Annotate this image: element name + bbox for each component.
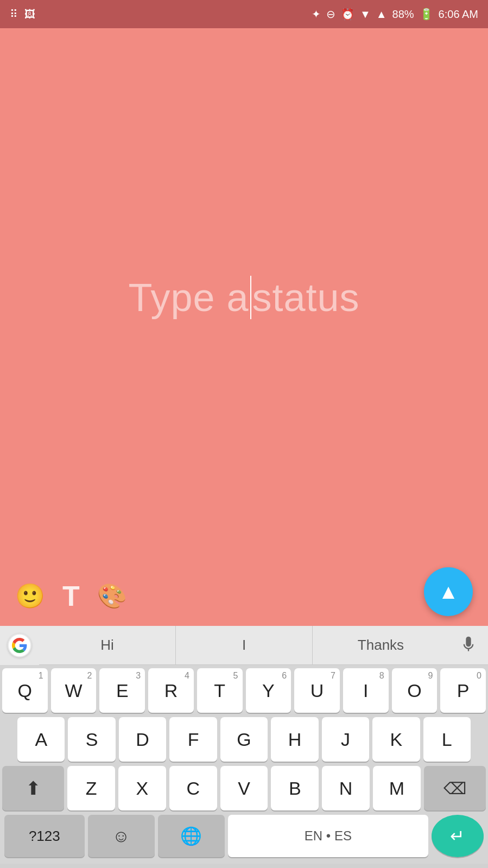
key-row-bottom: ?123 ☺ 🌐 EN • ES ↵ — [2, 815, 486, 864]
key-z[interactable]: Z — [67, 766, 115, 810]
image-icon: 🖼 — [24, 8, 35, 21]
key-row-3: ⬆ Z X C V B N M ⌫ — [2, 766, 486, 810]
key-r[interactable]: 4 R — [148, 668, 194, 713]
chevron-up-icon: ▲ — [438, 580, 459, 604]
fab-button[interactable]: ▲ — [424, 567, 473, 616]
signal-icon: ▲ — [376, 8, 387, 21]
key-y[interactable]: 6 Y — [246, 668, 291, 713]
key-p[interactable]: 0 P — [440, 668, 486, 713]
key-space[interactable]: EN • ES — [228, 815, 428, 857]
key-b[interactable]: B — [271, 766, 319, 810]
pink-toolbar-icons: 🙂 T 🎨 — [15, 580, 127, 612]
key-m[interactable]: M — [373, 766, 421, 810]
key-row-2: A S D F G H J K L — [2, 717, 486, 762]
emoji-icon[interactable]: 🙂 — [15, 582, 45, 610]
key-c[interactable]: C — [169, 766, 217, 810]
key-w[interactable]: 2 W — [51, 668, 97, 713]
shift-icon: ⬆ — [26, 777, 41, 799]
key-row-1: 1 Q 2 W 3 E 4 R 5 T 6 Y — [2, 668, 486, 713]
key-enter[interactable]: ↵ — [432, 815, 484, 857]
suggestions-bar: Hi I Thanks — [0, 626, 488, 665]
pink-toolbar: 🙂 T 🎨 ▲ — [0, 566, 488, 626]
key-globe[interactable]: 🌐 — [158, 815, 225, 857]
key-h[interactable]: H — [271, 717, 318, 762]
globe-icon: 🌐 — [180, 826, 202, 846]
bluetooth-icon: ✦ — [312, 8, 321, 21]
key-k[interactable]: K — [372, 717, 420, 762]
wifi-icon: ▼ — [360, 8, 371, 21]
key-123[interactable]: ?123 — [4, 815, 85, 857]
main-area[interactable]: Type a status 🙂 T 🎨 ▲ — [0, 28, 488, 626]
time: 6:06 AM — [439, 8, 478, 21]
key-d[interactable]: D — [119, 717, 166, 762]
key-l[interactable]: L — [423, 717, 471, 762]
status-bar-right: ✦ ⊖ ⏰ ▼ ▲ 88% 🔋 6:06 AM — [312, 8, 478, 21]
status-text-area[interactable]: Type a status — [0, 28, 488, 566]
key-x[interactable]: X — [118, 766, 166, 810]
key-o[interactable]: 9 O — [392, 668, 438, 713]
key-emoji[interactable]: ☺ — [88, 815, 155, 857]
placeholder-text: Type a status — [128, 275, 359, 320]
google-logo — [8, 633, 31, 657]
keyboard-area: Hi I Thanks 1 Q 2 W — [0, 626, 488, 868]
enter-icon: ↵ — [450, 826, 465, 846]
placeholder-before: Type a — [128, 275, 249, 320]
placeholder-after: status — [252, 275, 360, 320]
key-s[interactable]: S — [68, 717, 115, 762]
key-t[interactable]: 5 T — [197, 668, 243, 713]
key-q[interactable]: 1 Q — [2, 668, 48, 713]
key-e[interactable]: 3 E — [99, 668, 145, 713]
key-f[interactable]: F — [169, 717, 217, 762]
key-j[interactable]: J — [322, 717, 369, 762]
palette-icon[interactable]: 🎨 — [97, 582, 127, 610]
mic-button[interactable] — [449, 626, 488, 665]
key-u[interactable]: 7 U — [294, 668, 340, 713]
key-g[interactable]: G — [220, 717, 268, 762]
battery-percent: 88% — [392, 8, 414, 21]
status-bar-left: ⠿ 🖼 — [10, 8, 35, 21]
key-a[interactable]: A — [17, 717, 65, 762]
alarm-icon: ⏰ — [341, 8, 354, 21]
battery-icon: 🔋 — [420, 8, 433, 21]
keyboard-rows: 1 Q 2 W 3 E 4 R 5 T 6 Y — [0, 665, 488, 864]
dnd-icon: ⊖ — [326, 8, 335, 21]
key-i[interactable]: 8 I — [343, 668, 389, 713]
backspace-key[interactable]: ⌫ — [424, 766, 486, 810]
emoji-key-icon: ☺ — [112, 826, 130, 846]
key-n[interactable]: N — [322, 766, 370, 810]
suggestions-list: Hi I Thanks — [39, 626, 449, 664]
suggestion-thanks[interactable]: Thanks — [313, 626, 449, 664]
key-v[interactable]: V — [220, 766, 268, 810]
suggestion-i[interactable]: I — [176, 626, 313, 664]
status-bar: ⠿ 🖼 ✦ ⊖ ⏰ ▼ ▲ 88% 🔋 6:06 AM — [0, 0, 488, 28]
text-cursor — [250, 276, 251, 319]
suggestion-hi[interactable]: Hi — [39, 626, 176, 664]
shift-key[interactable]: ⬆ — [2, 766, 64, 810]
backspace-icon: ⌫ — [443, 779, 466, 798]
dots-icon: ⠿ — [10, 8, 18, 21]
google-button[interactable] — [0, 626, 39, 665]
text-format-icon[interactable]: T — [62, 580, 80, 612]
